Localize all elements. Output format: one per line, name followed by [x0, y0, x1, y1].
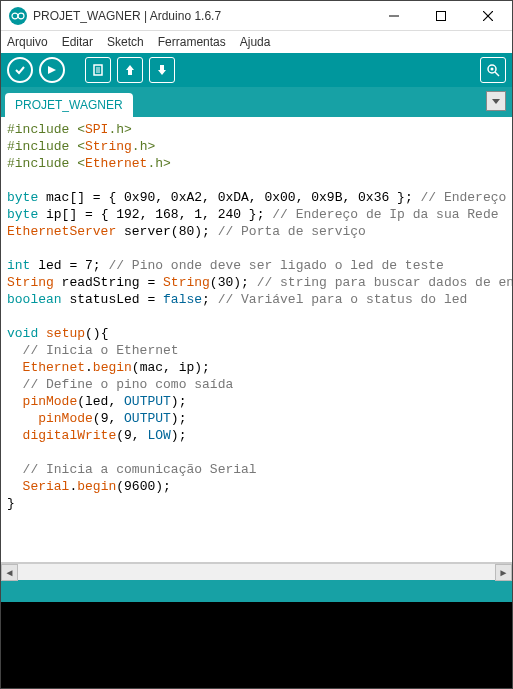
svg-point-0 [12, 13, 18, 19]
menu-editar[interactable]: Editar [62, 35, 93, 49]
save-button[interactable] [149, 57, 175, 83]
svg-marker-6 [48, 66, 56, 74]
status-message-bar [1, 580, 512, 602]
minimize-button[interactable] [371, 2, 416, 30]
upload-button[interactable] [39, 57, 65, 83]
menu-ferramentas[interactable]: Ferramentas [158, 35, 226, 49]
tab-main[interactable]: PROJET_WAGNER [5, 93, 133, 117]
new-button[interactable] [85, 57, 111, 83]
scroll-left-icon[interactable]: ◄ [1, 564, 18, 581]
svg-marker-11 [126, 65, 134, 75]
editor-h-scrollbar[interactable]: ◄ ► [1, 563, 512, 580]
svg-point-1 [18, 13, 24, 19]
menubar: Arquivo Editar Sketch Ferramentas Ajuda [1, 31, 512, 53]
arduino-logo-icon [9, 7, 27, 25]
svg-line-14 [495, 72, 499, 76]
svg-rect-3 [436, 11, 445, 20]
maximize-button[interactable] [418, 2, 463, 30]
verify-button[interactable] [7, 57, 33, 83]
menu-arquivo[interactable]: Arquivo [7, 35, 48, 49]
svg-point-15 [491, 68, 494, 71]
svg-marker-16 [492, 99, 500, 104]
open-button[interactable] [117, 57, 143, 83]
tab-dropdown-button[interactable] [486, 91, 506, 111]
svg-marker-12 [158, 65, 166, 75]
scroll-right-icon[interactable]: ► [495, 564, 512, 581]
menu-ajuda[interactable]: Ajuda [240, 35, 271, 49]
output-console[interactable] [1, 602, 512, 689]
toolbar [1, 53, 512, 87]
titlebar: PROJET_WAGNER | Arduino 1.6.7 [1, 1, 512, 31]
code-editor[interactable]: #include <SPI.h> #include <String.h> #in… [1, 117, 512, 563]
menu-sketch[interactable]: Sketch [107, 35, 144, 49]
close-button[interactable] [465, 2, 510, 30]
tabbar: PROJET_WAGNER [1, 87, 512, 117]
serial-monitor-button[interactable] [480, 57, 506, 83]
window-title: PROJET_WAGNER | Arduino 1.6.7 [33, 9, 371, 23]
